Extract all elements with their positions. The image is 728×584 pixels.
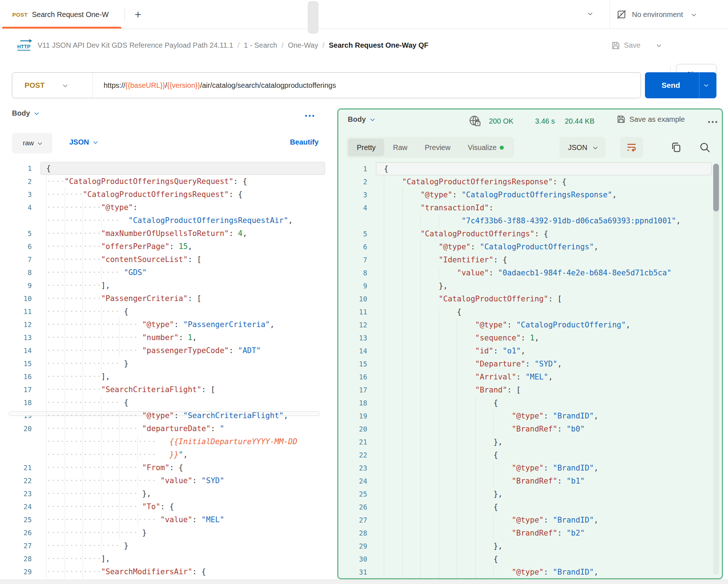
code-line: 9 }, bbox=[338, 279, 722, 292]
svg-text:HTTP: HTTP bbox=[17, 44, 31, 50]
request-more-actions-icon[interactable] bbox=[305, 115, 314, 117]
breadcrumb-segment[interactable]: V11 JSON API Dev Kit GDS Reference Paylo… bbox=[38, 41, 233, 50]
code-line: 12···················· "@type": "Passeng… bbox=[6, 318, 330, 331]
response-view-tab-preview[interactable]: Preview bbox=[416, 139, 459, 156]
save-as-example-button[interactable]: Save as example bbox=[616, 115, 685, 124]
request-language-selector[interactable]: JSON bbox=[69, 138, 97, 146]
response-scrollbar-thumb[interactable] bbox=[713, 164, 719, 211]
response-language-selector[interactable]: JSON bbox=[559, 137, 606, 158]
environment-selector[interactable]: No environment bbox=[616, 0, 696, 29]
code-line: 18················ { bbox=[6, 396, 330, 409]
tab-method-badge: POST bbox=[12, 12, 27, 18]
request-section-selector[interactable]: Body bbox=[12, 109, 38, 117]
tab-title: Search Request One-W bbox=[32, 10, 108, 19]
response-panel: Body 200 OK 3.46 s 20.44 KB Save as exam… bbox=[337, 108, 723, 579]
line-number: 24 bbox=[338, 474, 367, 488]
search-icon[interactable] bbox=[699, 141, 711, 154]
response-status-badge[interactable]: 200 OK bbox=[489, 117, 514, 125]
response-section-chevron-icon bbox=[370, 117, 375, 121]
code-line: 16 "Arrival": "MEL", bbox=[338, 370, 722, 383]
line-number: 23 bbox=[6, 487, 32, 500]
code-line: 24 "BrandRef": "b1" bbox=[338, 474, 722, 488]
response-view-tab-pretty[interactable]: Pretty bbox=[348, 139, 384, 156]
line-number: 29 bbox=[338, 540, 367, 553]
line-number: 15 bbox=[6, 357, 32, 370]
code-line: 12 "@type": "CatalogProductOffering", bbox=[338, 318, 722, 331]
code-line: 5 "CatalogProductOfferings": { bbox=[338, 227, 722, 240]
beautify-button[interactable]: Beautify bbox=[278, 138, 318, 146]
code-line: 30 { bbox=[338, 553, 722, 566]
response-body-viewer[interactable]: 1{2 "CatalogProductOfferingsResponse": {… bbox=[338, 162, 722, 579]
response-size-badge[interactable]: 20.44 KB bbox=[565, 117, 594, 125]
line-number: 25 bbox=[6, 513, 32, 526]
code-line: 24···················· "To": { bbox=[6, 500, 330, 513]
code-line: 19 "@type": "BrandID", bbox=[338, 409, 722, 422]
request-tab[interactable]: POST Search Request One-W bbox=[0, 0, 125, 29]
line-number: 20 bbox=[338, 422, 367, 435]
network-globe-lock-icon[interactable] bbox=[468, 115, 481, 128]
code-line: 21 }, bbox=[338, 435, 722, 448]
new-tab-button[interactable]: + bbox=[130, 0, 146, 29]
line-number: 13 bbox=[6, 331, 32, 344]
line-number: 10 bbox=[6, 292, 32, 305]
response-view-tabs: PrettyRawPreviewVisualize bbox=[346, 137, 514, 158]
method-selector[interactable]: POST bbox=[12, 81, 92, 90]
response-time-badge[interactable]: 3.46 s bbox=[535, 117, 555, 125]
breadcrumb-segment[interactable]: Search Request One-Way QF bbox=[329, 41, 428, 50]
line-number: 5 bbox=[6, 227, 32, 240]
response-section-label: Body bbox=[348, 115, 366, 124]
body-type-label: raw bbox=[23, 139, 34, 147]
environment-label: No environment bbox=[632, 10, 683, 19]
code-line: 27················ } bbox=[6, 539, 330, 552]
request-language-label: JSON bbox=[69, 138, 89, 146]
line-number: 13 bbox=[338, 331, 367, 344]
line-number: 15 bbox=[338, 357, 367, 370]
copy-icon[interactable] bbox=[670, 141, 682, 154]
code-line: 27 "@type": "BrandID", bbox=[338, 514, 722, 527]
line-wrap-icon bbox=[626, 142, 637, 153]
wrap-lines-button[interactable] bbox=[620, 137, 643, 158]
body-type-selector[interactable]: raw bbox=[12, 133, 52, 153]
visualize-status-dot bbox=[500, 146, 504, 150]
line-number: 17 bbox=[338, 383, 367, 396]
breadcrumb-segment[interactable]: One-Way bbox=[288, 41, 318, 50]
code-line: 13···················· "number": 1, bbox=[6, 331, 330, 344]
line-number: 22 bbox=[6, 474, 32, 487]
code-line: 2 "CatalogProductOfferingsResponse": { bbox=[338, 175, 722, 188]
send-label: Send bbox=[662, 81, 680, 90]
code-line: 3········"CatalogProductOfferingsRequest… bbox=[6, 188, 330, 201]
line-number: 21 bbox=[6, 461, 32, 474]
line-number: 28 bbox=[338, 527, 367, 540]
code-line: 17 "Brand": [ bbox=[338, 383, 722, 396]
line-number: 14 bbox=[6, 344, 32, 357]
url-input[interactable]: https://{{baseURL}}/{{version}}/air/cata… bbox=[93, 81, 336, 90]
line-number: 12 bbox=[6, 318, 32, 331]
request-body-editor[interactable]: 1{2····"CatalogProductOfferingsQueryRequ… bbox=[6, 162, 330, 579]
http-request-icon: HTTP bbox=[15, 38, 34, 52]
request-editor-vertical-scrollbar[interactable] bbox=[308, 1, 318, 34]
response-more-actions-icon[interactable] bbox=[708, 121, 717, 123]
code-line: 6············"offersPerPage": 15, bbox=[6, 240, 330, 253]
tab-divider bbox=[125, 7, 125, 22]
line-number: 2 bbox=[6, 175, 32, 188]
method-label: POST bbox=[25, 81, 45, 90]
method-chevron-icon bbox=[63, 82, 68, 87]
tab-overflow-chevron-icon[interactable] bbox=[588, 11, 593, 16]
line-number: 19 bbox=[338, 409, 367, 422]
code-line: 16············], bbox=[6, 370, 330, 383]
breadcrumb-segment[interactable]: 1 - Search bbox=[244, 41, 277, 50]
send-options-chevron-icon[interactable] bbox=[704, 82, 708, 87]
code-line: ························ }}", bbox=[6, 448, 330, 461]
line-number: 6 bbox=[338, 240, 367, 253]
send-button[interactable]: Send bbox=[645, 72, 716, 98]
environment-divider bbox=[610, 0, 610, 29]
request-header-row: HTTP V11 JSON API Dev Kit GDS Reference … bbox=[0, 29, 728, 61]
response-view-tab-visualize[interactable]: Visualize bbox=[459, 139, 512, 156]
response-view-tab-raw[interactable]: Raw bbox=[384, 139, 416, 156]
save-button[interactable]: Save bbox=[611, 29, 641, 61]
url-variable: {{baseURL}} bbox=[125, 81, 165, 89]
save-options-chevron-icon[interactable] bbox=[656, 43, 661, 47]
line-number: 29 bbox=[6, 565, 32, 578]
line-number: 26 bbox=[6, 526, 32, 539]
response-section-selector[interactable]: Body bbox=[348, 115, 374, 124]
